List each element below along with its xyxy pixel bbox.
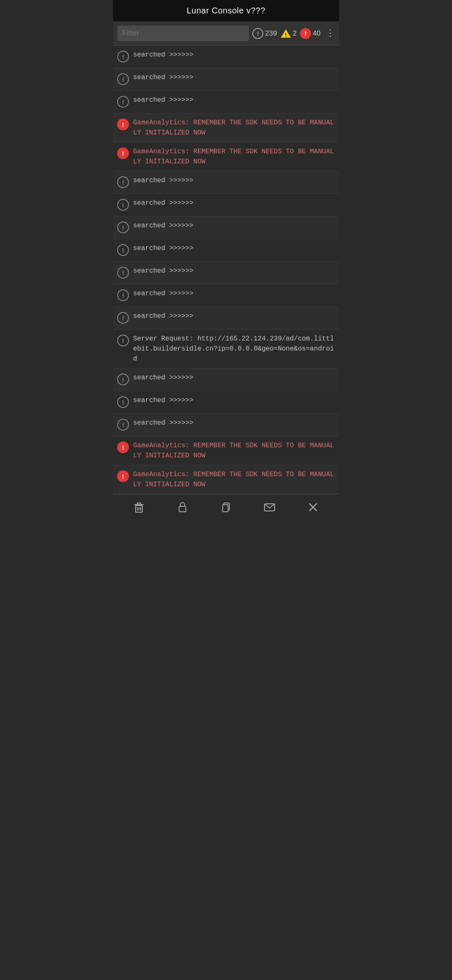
log-item[interactable]: !searched >>>>>> [113, 414, 339, 436]
log-item[interactable]: !Server Request: http://165.22.124.239/a… [113, 330, 339, 369]
log-text: searched >>>>>> [133, 72, 193, 83]
delete-button[interactable] [132, 500, 146, 514]
error-icon: ! [300, 28, 311, 39]
log-item[interactable]: !searched >>>>>> [113, 284, 339, 307]
error-stat: ! 40 [300, 28, 321, 39]
error-count: 40 [313, 29, 321, 38]
svg-text:!: ! [285, 32, 286, 38]
log-text: searched >>>>>> [133, 289, 193, 299]
warn-count: 2 [293, 29, 297, 38]
filter-input[interactable] [117, 26, 249, 41]
warn-stat: ! 2 [280, 28, 297, 39]
warn-icon: ! [280, 28, 291, 39]
log-text: searched >>>>>> [133, 418, 193, 428]
log-text: searched >>>>>> [133, 198, 193, 208]
log-text: GameAnalytics: REMEMBER THE SDK NEEDS TO… [133, 441, 335, 461]
log-item[interactable]: !searched >>>>>> [113, 194, 339, 217]
info-log-icon: ! [117, 96, 129, 108]
info-log-icon: ! [117, 267, 129, 279]
log-item[interactable]: !GameAnalytics: REMEMBER THE SDK NEEDS T… [113, 465, 339, 494]
info-log-icon: ! [117, 374, 129, 385]
info-log-icon: ! [117, 176, 129, 188]
log-text: GameAnalytics: REMEMBER THE SDK NEEDS TO… [133, 118, 335, 138]
info-log-icon: ! [117, 289, 129, 301]
info-log-icon: ! [117, 335, 129, 346]
log-text: searched >>>>>> [133, 373, 193, 383]
log-text: searched >>>>>> [133, 311, 193, 321]
log-item[interactable]: !searched >>>>>> [113, 369, 339, 391]
log-item[interactable]: !searched >>>>>> [113, 307, 339, 330]
log-item[interactable]: !GameAnalytics: REMEMBER THE SDK NEEDS T… [113, 436, 339, 465]
info-log-icon: ! [117, 199, 129, 211]
log-text: GameAnalytics: REMEMBER THE SDK NEEDS TO… [133, 147, 335, 167]
error-log-icon: ! [117, 119, 129, 130]
bottom-toolbar [113, 494, 339, 520]
info-stat: ! 239 [252, 28, 277, 39]
log-item[interactable]: !searched >>>>>> [113, 391, 339, 414]
log-text: searched >>>>>> [133, 243, 193, 253]
svg-rect-10 [223, 505, 228, 512]
log-text: Server Request: http://165.22.124.239/ad… [133, 334, 335, 364]
title-bar: Lunar Console v??? [113, 0, 339, 21]
svg-rect-4 [137, 503, 141, 505]
log-item[interactable]: !searched >>>>>> [113, 91, 339, 113]
info-log-icon: ! [117, 244, 129, 256]
log-text: searched >>>>>> [133, 175, 193, 186]
log-item[interactable]: !searched >>>>>> [113, 239, 339, 262]
info-log-icon: ! [117, 396, 129, 408]
mail-button[interactable] [263, 500, 276, 514]
log-item[interactable]: !searched >>>>>> [113, 68, 339, 91]
log-text: searched >>>>>> [133, 221, 193, 231]
svg-rect-8 [179, 506, 186, 512]
app-title: Lunar Console v??? [187, 6, 265, 15]
info-log-icon: ! [117, 312, 129, 324]
log-item[interactable]: !GameAnalytics: REMEMBER THE SDK NEEDS T… [113, 113, 339, 142]
log-item[interactable]: !searched >>>>>> [113, 217, 339, 239]
close-button[interactable] [306, 500, 320, 514]
info-log-icon: ! [117, 73, 129, 85]
log-item[interactable]: !searched >>>>>> [113, 171, 339, 194]
info-log-icon: ! [117, 419, 129, 431]
info-log-icon: ! [117, 222, 129, 233]
info-icon: ! [252, 28, 263, 39]
log-item[interactable]: !searched >>>>>> [113, 262, 339, 284]
log-text: GameAnalytics: REMEMBER THE SDK NEEDS TO… [133, 469, 335, 490]
error-log-icon: ! [117, 147, 129, 159]
filter-bar: ! 239 ! 2 ! 40 ⋮ [113, 21, 339, 46]
log-item[interactable]: !searched >>>>>> [113, 46, 339, 68]
info-log-icon: ! [117, 51, 129, 62]
log-text: searched >>>>>> [133, 266, 193, 276]
log-item[interactable]: !GameAnalytics: REMEMBER THE SDK NEEDS T… [113, 142, 339, 171]
info-count: 239 [265, 29, 277, 38]
copy-button[interactable] [219, 500, 233, 514]
log-list: !searched >>>>>>!searched >>>>>>!searche… [113, 46, 339, 494]
error-log-icon: ! [117, 441, 129, 453]
more-icon[interactable]: ⋮ [326, 28, 335, 39]
log-text: searched >>>>>> [133, 50, 193, 60]
log-text: searched >>>>>> [133, 395, 193, 405]
error-log-icon: ! [117, 470, 129, 482]
log-text: searched >>>>>> [133, 95, 193, 105]
lock-button[interactable] [176, 500, 189, 514]
